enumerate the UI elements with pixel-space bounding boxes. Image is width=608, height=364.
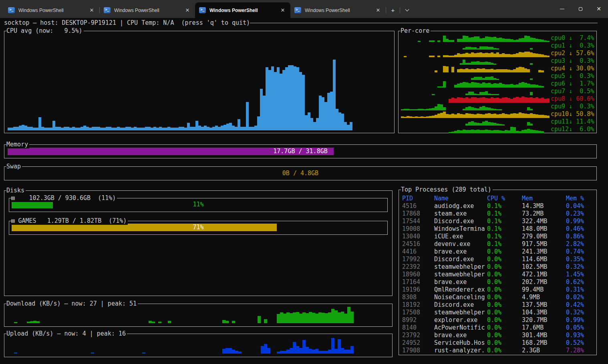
process-pid: 24952 <box>402 339 434 347</box>
process-mem-pct: 0.86% <box>566 233 584 240</box>
core-row-cpu2: cpu2 ↓ 57.6% <box>401 50 595 57</box>
core-spark-chart <box>401 43 550 50</box>
tab-windows-powershell-1[interactable]: >_Windows PowerShell✕ <box>4 2 99 18</box>
close-button[interactable]: ✕ <box>590 0 608 18</box>
process-mem: 279.0MB <box>522 233 566 240</box>
tab-close-icon[interactable]: ✕ <box>184 7 191 13</box>
process-name: Discord.exe <box>434 301 487 309</box>
core-row-cpu1: cpu1 ↓ 0.3% <box>401 42 595 50</box>
core-label: cpu0 ↓ 7.4% <box>551 34 594 42</box>
process-row: 24952ServiceHub.Hos0.0%168.2MB0.52% <box>402 339 596 347</box>
powershell-icon: >_ <box>104 7 111 13</box>
tab-close-icon[interactable]: ✕ <box>88 7 95 13</box>
minimize-button[interactable] <box>553 0 571 18</box>
process-cpu: 0.1% <box>487 240 522 248</box>
processes-col-header: Name <box>434 195 487 202</box>
process-name: rust-analyzer. <box>434 347 487 354</box>
core-spark-chart <box>401 126 550 133</box>
process-cpu: 0.1% <box>487 210 522 218</box>
process-mem-pct: 7.28% <box>566 347 584 354</box>
processes-col-header: PID <box>402 195 434 202</box>
disk-label: 102.3GB / 930.6GB (11%) <box>14 194 116 202</box>
process-pid: 18192 <box>402 301 434 309</box>
process-row: 22392steamwebhelper0.0%102.5MB0.32% <box>402 263 596 271</box>
window-controls: ✕ <box>553 0 608 18</box>
process-name: ServiceHub.Hos <box>434 339 487 347</box>
process-name: iCUE.exe <box>434 233 487 240</box>
process-mem-pct: 0.93% <box>566 332 584 339</box>
process-mem-pct: 0.74% <box>566 248 584 256</box>
process-name: Discord.exe <box>434 256 487 263</box>
tab-dropdown-button[interactable] <box>400 2 414 18</box>
core-spark-chart <box>401 111 550 118</box>
core-spark-chart <box>401 50 550 57</box>
process-mem-pct: 0.32% <box>566 309 584 316</box>
process-cpu: 0.0% <box>487 347 522 354</box>
processes-header-row: PIDNameCPU %MemMem % <box>402 195 596 202</box>
process-cpu: 0.0% <box>487 271 522 278</box>
process-row: 18192Discord.exe0.0%137.5MB0.42% <box>402 301 596 309</box>
process-pid: 18960 <box>402 271 434 278</box>
process-name: steamwebhelper <box>434 271 487 278</box>
process-mem-pct: 0.99% <box>566 316 584 324</box>
process-row: 13040iCUE.exe0.1%279.0MB0.86% <box>402 233 596 240</box>
tab-close-icon[interactable]: ✕ <box>279 7 286 13</box>
cpu-avg-chart <box>8 36 391 130</box>
process-name: explorer.exe <box>434 316 487 324</box>
tab-close-icon[interactable]: ✕ <box>374 7 382 13</box>
process-mem-pct: 0.04% <box>566 202 584 210</box>
core-spark-chart <box>401 119 550 126</box>
core-spark-chart <box>401 73 550 80</box>
process-pid: 17164 <box>402 278 434 286</box>
processes-col-header: CPU % <box>487 195 522 202</box>
process-mem: 137.5MB <box>522 301 566 309</box>
process-name: Discord.exe <box>434 218 487 225</box>
memory-panel: Memory 17.7GB / 31.8GB <box>4 144 597 158</box>
process-mem: 148.0MB <box>522 225 566 233</box>
core-row-cpu8: cpu8 ↓ 60.6% <box>401 95 595 103</box>
process-mem-pct: 0.05% <box>566 324 584 332</box>
process-cpu: 0.0% <box>487 309 522 316</box>
process-row: 17992Discord.exe0.0%114.6MB0.35% <box>402 256 596 263</box>
process-name: devenv.exe <box>434 240 487 248</box>
process-pid: 8140 <box>402 324 434 332</box>
process-pid: 19196 <box>402 286 434 294</box>
process-pid: 24516 <box>402 240 434 248</box>
process-mem: 301.4MB <box>522 332 566 339</box>
core-spark-chart <box>401 104 550 110</box>
core-row-cpu11: cpu11↓ 11.4% <box>401 118 595 126</box>
core-label: cpu6 ↓ 1.7% <box>551 80 594 88</box>
process-pid: 17508 <box>402 309 434 316</box>
new-tab-button[interactable]: + <box>386 2 400 18</box>
process-mem-pct: 0.35% <box>566 256 584 263</box>
tab-windows-powershell-4[interactable]: >_Windows PowerShell✕ <box>290 2 386 18</box>
window-titlebar: >_Windows PowerShell✕>_Windows PowerShel… <box>0 0 608 18</box>
tab-label: Windows PowerShell <box>114 8 184 13</box>
swap-title: Swap <box>6 163 22 170</box>
tab-windows-powershell-3[interactable]: >_Windows PowerShell✕ <box>195 2 290 18</box>
core-label: cpu12↓ 6.0% <box>551 126 594 133</box>
process-name: WindowsTermina <box>434 225 487 233</box>
process-cpu: 0.0% <box>487 294 522 301</box>
disk-label: GAMES 1.29TB / 1.82TB (71%) <box>14 217 127 225</box>
process-cpu: 0.0% <box>487 324 522 332</box>
process-row: 17164brave.exe0.0%202.7MB0.62% <box>402 278 596 286</box>
maximize-button[interactable] <box>571 0 590 18</box>
core-spark-chart <box>401 88 550 95</box>
process-pid: 8992 <box>402 316 434 324</box>
process-mem: 2.3GB <box>522 347 566 354</box>
process-mem: 99.4MB <box>522 286 566 294</box>
tab-label: Windows PowerShell <box>209 8 279 13</box>
process-cpu: 0.0% <box>487 316 522 324</box>
core-row-cpu3: cpu3 ↓ 0.3% <box>401 57 595 65</box>
terminal-screen[interactable]: socktop — host: DESKTOP-9P19121 | CPU Te… <box>0 18 608 364</box>
swap-panel: Swap 0B / 4.8GB <box>4 166 597 180</box>
core-label: cpu7 ↓ 0.5% <box>551 88 594 95</box>
core-label: cpu8 ↓ 60.6% <box>551 95 594 103</box>
process-row: 17508steamwebhelper0.0%104.3MB0.32% <box>402 309 596 316</box>
process-pid: 17992 <box>402 256 434 263</box>
per-core-list: cpu0 ↓ 7.4%cpu1 ↓ 0.3%cpu2 ↓ 57.6%cpu3 ↓… <box>401 34 595 133</box>
process-mem-pct: 0.02% <box>566 294 584 301</box>
processes-panel: Top Processes (289 total) PIDNameCPU %Me… <box>399 190 597 355</box>
tab-windows-powershell-2[interactable]: >_Windows PowerShell✕ <box>100 2 195 18</box>
